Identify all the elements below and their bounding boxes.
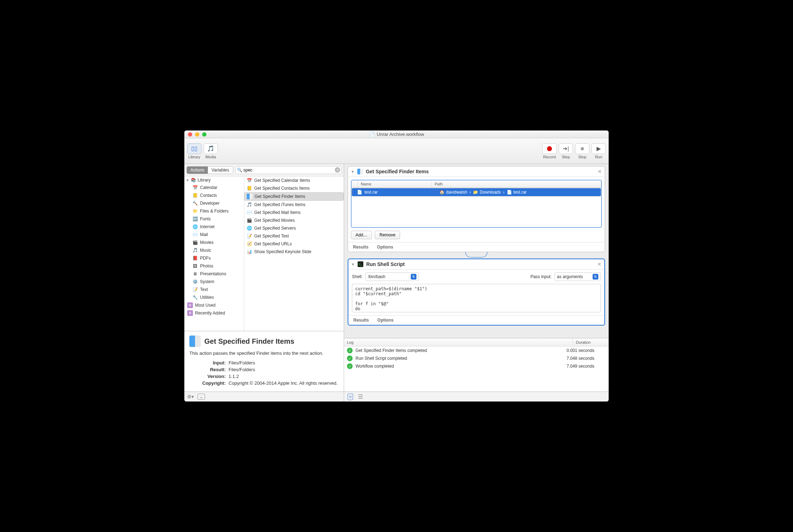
disclosure-triangle-icon[interactable]: ▼ <box>186 178 189 182</box>
clear-search-icon[interactable]: ✕ <box>335 167 340 173</box>
disclosure-triangle-icon[interactable]: ▼ <box>351 262 355 266</box>
sidebar-smart-item[interactable]: ⚙Recently Added <box>184 309 244 317</box>
log-row: ✓Workflow completed7.049 seconds <box>344 362 609 370</box>
close-icon[interactable]: ✕ <box>598 169 602 174</box>
library-tabs[interactable]: Actions Variables <box>186 166 233 174</box>
titlebar: 📄 Unrar Archive.workflow <box>184 131 609 138</box>
toggle-info-icon[interactable]: ⌄ <box>198 394 205 400</box>
record-icon <box>547 146 552 151</box>
action-list-item[interactable]: 🌐Get Specified Servers <box>244 224 344 232</box>
results-tab[interactable]: Results <box>353 245 368 250</box>
action-list[interactable]: 📅Get Specified Calendar Items📒Get Specif… <box>244 177 344 331</box>
minimize-icon[interactable] <box>195 132 199 137</box>
action-icon: 🎬 <box>246 218 252 223</box>
sidebar-item[interactable]: 📁Files & Folders <box>184 207 244 215</box>
action-list-item[interactable]: Get Specified Finder Items <box>244 192 344 201</box>
table-row[interactable]: 📄 test.rar 🏠 davidwalsh › 📁 Downloads › <box>352 188 601 196</box>
action-list-item[interactable]: 🎵Get Specified iTunes Items <box>244 201 344 209</box>
col-name[interactable]: Name <box>358 180 432 188</box>
gear-icon[interactable]: ⚙︎▾ <box>187 394 194 399</box>
action-list-item[interactable]: ✉️Get Specified Mail Items <box>244 209 344 216</box>
pass-input-select[interactable]: as arguments ⇅ <box>554 272 601 281</box>
log-panel: Log Duration ✓Get Specified Finder Items… <box>344 338 609 392</box>
results-tab[interactable]: Results <box>353 318 369 323</box>
close-icon[interactable]: ✕ <box>597 261 602 267</box>
action-list-item[interactable]: 🎬Get Specified Movies <box>244 216 344 224</box>
select-arrow-icon: ⇅ <box>411 274 416 280</box>
record-button[interactable]: Record <box>542 143 557 159</box>
search-input[interactable]: 🔍 ✕ <box>235 166 342 174</box>
category-icon: 🎵 <box>192 247 198 253</box>
sidebar-item[interactable]: 🎬Movies <box>184 239 244 246</box>
zoom-icon[interactable] <box>202 132 206 137</box>
media-button[interactable]: 🎵 Media <box>204 143 218 159</box>
tab-actions[interactable]: Actions <box>187 167 208 174</box>
disclosure-triangle-icon[interactable]: ▼ <box>351 170 354 174</box>
stop-button[interactable]: ■ Stop <box>575 143 589 159</box>
col-path[interactable]: Path <box>432 180 601 188</box>
action-list-item[interactable]: 📒Get Specified Contacts Items <box>244 184 344 192</box>
finder-items-table[interactable]: Name Path 📄 test.rar <box>351 180 602 228</box>
action-icon: 🧭 <box>246 241 252 247</box>
checkmark-icon: ✓ <box>347 348 353 353</box>
category-list[interactable]: ▼ 📚 Library 📅Calendar📒Contacts🔨Developer… <box>184 177 244 331</box>
library-header[interactable]: ▼ 📚 Library <box>184 177 244 184</box>
checkmark-icon: ✓ <box>347 363 353 369</box>
action-icon: 📝 <box>246 233 252 239</box>
log-col[interactable]: Log <box>344 338 573 346</box>
category-icon: 🖥 <box>192 271 198 277</box>
run-button[interactable]: ▶ Run <box>592 143 606 159</box>
category-icon: 📒 <box>192 193 198 198</box>
remove-button[interactable]: Remove <box>375 231 400 239</box>
action-list-item[interactable]: 📊Show Specified Keynote Slide <box>244 248 344 256</box>
finder-icon <box>247 194 252 199</box>
info-title: Get Specified Finder Items <box>189 336 339 347</box>
finder-icon <box>189 336 201 347</box>
action-list-item[interactable]: 📅Get Specified Calendar Items <box>244 177 344 184</box>
sidebar-item[interactable]: 🔨Developer <box>184 199 244 207</box>
media-icon: 🎵 <box>207 145 214 152</box>
sidebar-item[interactable]: 📝Text <box>184 286 244 293</box>
action-list-item[interactable]: 📝Get Specified Text <box>244 232 344 240</box>
add-button[interactable]: Add… <box>351 231 372 239</box>
options-tab[interactable]: Options <box>377 245 393 250</box>
sidebar-item[interactable]: 🖥Presentations <box>184 270 244 278</box>
action-list-item[interactable]: 🧭Get Specified URLs <box>244 240 344 248</box>
library-button[interactable]: ▯▯ Library <box>187 143 201 159</box>
library-icon: ▯▯ <box>191 145 198 152</box>
sidebar-item[interactable]: 📕PDFs <box>184 254 244 262</box>
sidebar-item[interactable]: 🎵Music <box>184 246 244 254</box>
close-icon[interactable] <box>188 132 192 137</box>
script-editor[interactable]: current_path=$(dirname "$1") cd "$curren… <box>352 284 601 312</box>
tab-variables[interactable]: Variables <box>208 167 232 174</box>
right-footer: ≡ ☰ <box>344 392 609 401</box>
sidebar-item[interactable]: 📅Calendar <box>184 184 244 191</box>
home-icon: 🏠 <box>439 190 445 195</box>
category-icon: 🖼 <box>192 263 198 269</box>
sidebar-smart-item[interactable]: ⚙Most Used <box>184 301 244 309</box>
category-icon: 📕 <box>192 255 198 261</box>
sidebar-item[interactable]: 📒Contacts <box>184 191 244 199</box>
left-footer: ⚙︎▾ ⌄ <box>184 392 344 401</box>
action-icon: 📊 <box>246 249 252 255</box>
file-icon: 📄 <box>357 190 362 195</box>
sidebar-item[interactable]: 🖼Photos <box>184 262 244 270</box>
sidebar-item[interactable]: 🔤Fonts <box>184 215 244 223</box>
action-title: Run Shell Script <box>366 261 594 267</box>
log-view-icon[interactable]: ≡ <box>348 394 353 400</box>
variables-view-icon[interactable]: ☰ <box>358 393 363 400</box>
sidebar-item[interactable]: 🌐Internet <box>184 223 244 231</box>
sidebar-item[interactable]: ⚙️System <box>184 278 244 286</box>
workflow-action-finder[interactable]: ▼ Get Specified Finder Items ✕ Name Path <box>348 166 605 252</box>
duration-col[interactable]: Duration <box>573 338 609 346</box>
automator-window: 📄 Unrar Archive.workflow ▯▯ Library 🎵 Me… <box>184 131 609 401</box>
select-arrow-icon: ⇅ <box>593 274 598 280</box>
workflow-action-shell[interactable]: ▼ >_ Run Shell Script ✕ Shell: /bin/bash… <box>348 259 605 326</box>
sidebar-item[interactable]: ✉️Mail <box>184 231 244 239</box>
options-tab[interactable]: Options <box>377 318 393 323</box>
sidebar-item[interactable]: 🔧Utilities <box>184 293 244 301</box>
shell-select[interactable]: /bin/bash ⇅ <box>365 272 419 281</box>
step-button[interactable]: ➔| Step <box>559 143 573 159</box>
category-icon: 🌐 <box>192 224 198 230</box>
category-icon: ⚙️ <box>192 279 198 285</box>
